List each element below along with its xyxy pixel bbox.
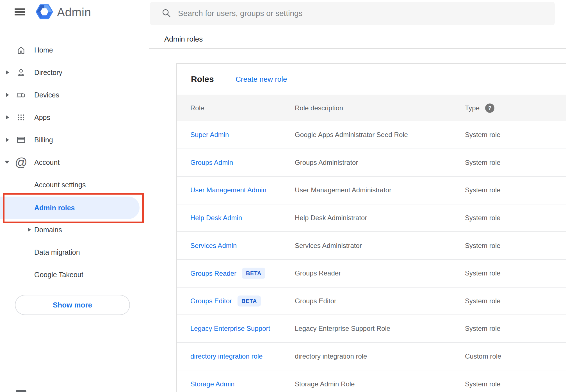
table-row: Groups Editor BETA Groups Editor System …: [177, 288, 566, 315]
column-header-type: Type ?: [465, 103, 494, 113]
role-type: System role: [465, 297, 501, 305]
expand-down-icon[interactable]: [5, 161, 9, 164]
sidebar-item-label: Apps: [34, 113, 50, 122]
card-header: Roles Create new role: [177, 64, 566, 95]
home-icon: [16, 45, 26, 55]
sidebar-item-apps[interactable]: Apps: [0, 106, 149, 129]
role-link[interactable]: Services Admin: [190, 242, 237, 250]
card-title: Roles: [191, 74, 214, 84]
sidebar-item-label: Home: [34, 46, 53, 54]
search-icon: [161, 8, 171, 19]
expand-right-icon[interactable]: [6, 70, 9, 74]
devices-icon: [16, 90, 26, 100]
sidebar-item-data-migration[interactable]: Data migration: [0, 241, 149, 263]
table-row: Groups Admin Groups Administrator System…: [177, 149, 566, 177]
table-row: Storage Admin Storage Admin Role System …: [177, 370, 566, 392]
expand-right-icon[interactable]: [6, 138, 9, 142]
role-description: User Management Administrator: [295, 186, 391, 194]
help-icon[interactable]: ?: [485, 103, 494, 113]
role-link[interactable]: User Management Admin: [190, 186, 266, 194]
sidebar-item-label: Account settings: [34, 181, 86, 189]
role-type: Custom role: [465, 352, 501, 360]
sidebar-divider: [0, 378, 149, 378]
search-placeholder: Search for users, groups or settings: [178, 9, 303, 18]
roles-card: Roles Create new role Role Role descript…: [176, 63, 566, 392]
sidebar-item-domains[interactable]: Domains: [0, 218, 149, 241]
admin-logo: Admin: [36, 4, 91, 21]
sidebar-item-google-takeout[interactable]: Google Takeout: [0, 263, 149, 286]
sidebar-item-label: Data migration: [34, 248, 80, 256]
role-description: Groups Administrator: [295, 159, 358, 167]
roles-table-body: Super Admin Google Apps Administrator Se…: [177, 121, 566, 392]
beta-badge: BETA: [242, 268, 265, 279]
sidebar-item-billing[interactable]: Billing: [0, 129, 149, 151]
menu-icon[interactable]: [15, 8, 25, 15]
at-sign-icon: @: [16, 157, 26, 168]
role-link[interactable]: Groups Reader: [190, 269, 236, 277]
column-header-type-label: Type: [465, 104, 480, 112]
role-link[interactable]: Help Desk Admin: [190, 214, 242, 222]
role-link[interactable]: Groups Admin: [190, 159, 233, 167]
table-row: Groups Reader BETA Groups Reader System …: [177, 260, 566, 288]
expand-right-icon[interactable]: [28, 228, 31, 232]
sidebar-item-admin-roles[interactable]: Admin roles: [0, 197, 140, 219]
table-row: Legacy Enterprise Support Legacy Enterpr…: [177, 315, 566, 343]
role-type: System role: [465, 380, 501, 388]
admin-console: Admin Home Directory Devices: [0, 0, 566, 392]
role-description: directory integration role: [295, 352, 367, 360]
table-row: User Management Admin User Management Ad…: [177, 177, 566, 204]
role-type: System role: [465, 214, 501, 222]
header-divider: [149, 48, 566, 49]
app-title: Admin: [57, 6, 91, 19]
sidebar-item-label: Admin roles: [34, 204, 75, 212]
role-description: Google Apps Administrator Seed Role: [295, 131, 408, 139]
role-link[interactable]: Super Admin: [190, 131, 229, 139]
role-type: System role: [465, 325, 501, 332]
role-type: System role: [465, 131, 501, 139]
apps-grid-icon: [16, 112, 26, 123]
sidebar-item-home[interactable]: Home: [0, 39, 149, 61]
sidebar-item-directory[interactable]: Directory: [0, 61, 149, 84]
expand-right-icon[interactable]: [6, 93, 9, 97]
role-type: System role: [465, 186, 501, 194]
person-icon: [16, 67, 26, 78]
role-description: Storage Admin Role: [295, 380, 355, 388]
expand-right-icon[interactable]: [6, 115, 9, 119]
sidebar-item-devices[interactable]: Devices: [0, 84, 149, 106]
breadcrumb: Admin roles: [164, 35, 203, 44]
main-content: Search for users, groups or settings Adm…: [149, 0, 566, 392]
role-link[interactable]: directory integration role: [190, 352, 263, 360]
sidebar-item-account-settings[interactable]: Account settings: [0, 174, 149, 196]
show-more-button[interactable]: Show more: [15, 295, 130, 315]
sidebar-item-label: Devices: [34, 91, 59, 99]
search-input[interactable]: Search for users, groups or settings: [150, 2, 555, 25]
column-header-description: Role description: [295, 104, 343, 112]
sidebar-item-label: Domains: [34, 226, 62, 234]
role-description: Help Desk Administrator: [295, 214, 367, 222]
role-type: System role: [465, 242, 501, 250]
sidebar-item-label: Billing: [34, 136, 53, 144]
sidebar-item-label: Account: [34, 158, 60, 167]
role-description: Legacy Enterprise Support Role: [295, 325, 390, 332]
role-type: System role: [465, 269, 501, 277]
role-link[interactable]: Storage Admin: [190, 380, 234, 388]
role-type: System role: [465, 159, 501, 167]
credit-card-icon: [16, 135, 26, 145]
sidebar: Admin Home Directory Devices: [0, 0, 149, 392]
sidebar-item-label: Directory: [34, 69, 62, 77]
table-row: Help Desk Admin Help Desk Administrator …: [177, 204, 566, 232]
admin-hexagon-icon: [36, 4, 53, 21]
table-row: Services Admin Services Administrator Sy…: [177, 232, 566, 260]
create-new-role-link[interactable]: Create new role: [236, 75, 287, 84]
role-description: Groups Editor: [295, 297, 336, 305]
role-link[interactable]: Legacy Enterprise Support: [190, 325, 270, 332]
beta-badge: BETA: [238, 295, 261, 306]
table-header: Role Role description Type ?: [177, 95, 566, 121]
role-link[interactable]: Groups Editor: [190, 297, 232, 305]
sidebar-item-account[interactable]: @ Account: [0, 151, 149, 174]
column-header-role: Role: [190, 104, 204, 112]
sidebar-item-label: Google Takeout: [34, 271, 83, 279]
table-row: directory integration role directory int…: [177, 343, 566, 371]
table-row: Super Admin Google Apps Administrator Se…: [177, 121, 566, 149]
role-description: Groups Reader: [295, 269, 341, 277]
